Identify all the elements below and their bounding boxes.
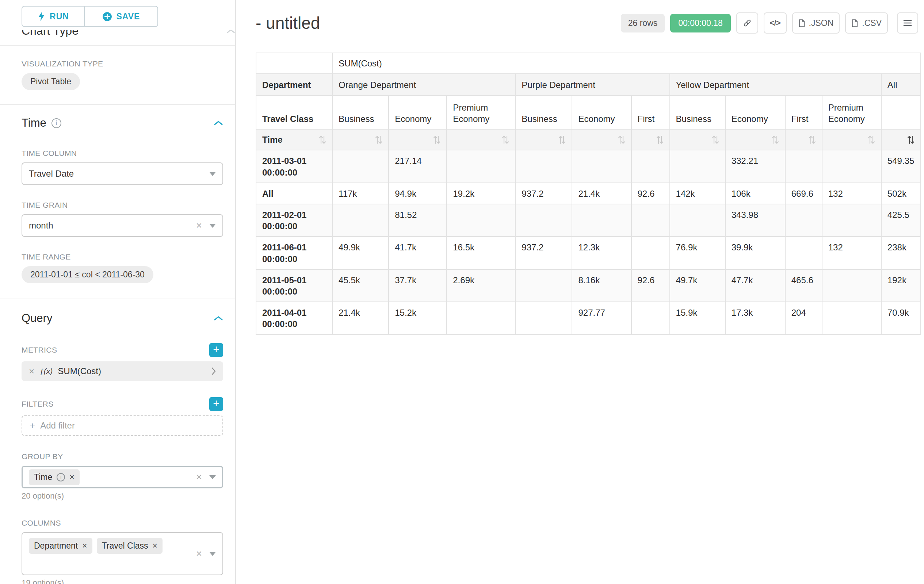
pivot-cell: 21.4k bbox=[572, 183, 631, 204]
pivot-cell bbox=[572, 204, 631, 237]
query-section: Query METRICS + × ƒ(x) SUM(Cost) FILTERS… bbox=[0, 310, 235, 584]
add-metric-button[interactable]: + bbox=[209, 343, 223, 357]
sort-icon[interactable] bbox=[772, 135, 779, 145]
sort-row-label: Time bbox=[262, 134, 283, 145]
metric-chip[interactable]: × ƒ(x) SUM(Cost) bbox=[21, 361, 223, 381]
divider bbox=[0, 45, 235, 46]
viz-type-pill[interactable]: Pivot Table bbox=[21, 73, 80, 90]
pivot-table-body: 2011-03-01 00:00:00217.14332.21549.35All… bbox=[256, 150, 921, 334]
remove-tag-icon[interactable]: × bbox=[153, 542, 157, 550]
pivot-cell bbox=[785, 237, 822, 269]
chevron-up-icon[interactable] bbox=[226, 30, 235, 34]
export-csv-label: .CSV bbox=[862, 18, 882, 28]
sort-cell bbox=[670, 129, 725, 150]
pivot-cell: 17.3k bbox=[725, 302, 785, 334]
col-group-header: Purple Department bbox=[515, 74, 670, 95]
clear-icon[interactable]: × bbox=[196, 549, 202, 559]
col-leaf-header: Economy bbox=[389, 95, 447, 129]
add-filter-plus-button[interactable]: + bbox=[209, 397, 223, 411]
menu-button[interactable] bbox=[897, 12, 918, 34]
group-by-options-hint: 20 option(s) bbox=[21, 491, 223, 501]
function-icon: ƒ(x) bbox=[40, 367, 53, 375]
pivot-cell bbox=[785, 150, 822, 183]
pivot-row: 2011-06-01 00:00:0049.9k41.7k16.5k937.21… bbox=[256, 237, 921, 269]
run-button[interactable]: RUN bbox=[21, 6, 84, 27]
clear-icon[interactable]: × bbox=[196, 472, 202, 482]
info-icon[interactable]: i bbox=[51, 118, 61, 128]
sort-icon[interactable] bbox=[502, 135, 509, 145]
sort-icon[interactable] bbox=[808, 135, 816, 145]
chart-header: - untitled 26 rows 00:00:00.18 </> bbox=[256, 10, 918, 36]
pivot-row: All117k94.9k19.2k937.221.4k92.6142k106k6… bbox=[256, 183, 921, 204]
pivot-cell bbox=[822, 269, 881, 302]
col-group-header: All bbox=[881, 74, 921, 95]
pivot-cell bbox=[670, 150, 725, 183]
pivot-cell: 94.9k bbox=[389, 183, 447, 204]
pivot-cell: 70.9k bbox=[881, 302, 921, 334]
remove-metric-icon[interactable]: × bbox=[29, 367, 34, 376]
pivot-cell bbox=[447, 150, 515, 183]
row-dimension-label: Travel Class bbox=[256, 95, 332, 129]
sort-icon[interactable] bbox=[712, 135, 719, 145]
pivot-row-header: 2011-06-01 00:00:00 bbox=[256, 237, 332, 269]
pivot-cell: 39.9k bbox=[725, 237, 785, 269]
time-range-pill[interactable]: 2011-01-01 ≤ col < 2011-06-30 bbox=[21, 266, 153, 283]
divider bbox=[0, 104, 235, 105]
pivot-cell: 937.2 bbox=[515, 183, 572, 204]
time-grain-select[interactable]: month × bbox=[21, 214, 223, 237]
time-grain-label: TIME GRAIN bbox=[21, 201, 223, 210]
caret-down-icon[interactable] bbox=[209, 172, 216, 176]
pivot-row-header: 2011-02-01 00:00:00 bbox=[256, 204, 332, 237]
col-leaf-header: First bbox=[785, 95, 822, 129]
group-by-select[interactable]: Time i × × bbox=[21, 466, 223, 489]
chart-type-section-title: Chart Type bbox=[21, 30, 223, 38]
remove-tag-icon[interactable]: × bbox=[82, 542, 87, 550]
caret-down-icon[interactable] bbox=[209, 552, 216, 556]
sort-icon[interactable] bbox=[558, 135, 566, 145]
pivot-cell: 49.7k bbox=[670, 269, 725, 302]
sort-icon[interactable] bbox=[375, 135, 383, 145]
time-grain-value: month bbox=[29, 220, 53, 231]
col-leaf-header bbox=[881, 95, 921, 129]
chevron-right-icon[interactable] bbox=[211, 367, 216, 375]
viz-type-label: VISUALIZATION TYPE bbox=[21, 59, 223, 69]
pivot-row-header: 2011-04-01 00:00:00 bbox=[256, 302, 332, 334]
sort-icon[interactable] bbox=[907, 135, 914, 145]
col-leaf-header: Business bbox=[670, 95, 725, 129]
pivot-cell bbox=[515, 204, 572, 237]
export-json-button[interactable]: .JSON bbox=[792, 12, 840, 34]
chevron-up-icon[interactable] bbox=[214, 120, 223, 126]
remove-tag-icon[interactable]: × bbox=[69, 473, 74, 482]
pivot-cell: 8.16k bbox=[572, 269, 631, 302]
sort-icon[interactable] bbox=[433, 135, 441, 145]
sort-icon[interactable] bbox=[656, 135, 663, 145]
columns-select[interactable]: Department × Travel Class × × bbox=[21, 532, 223, 575]
save-button[interactable]: SAVE bbox=[84, 6, 158, 27]
pivot-cell: 549.35 bbox=[881, 150, 921, 183]
pivot-cell: 19.2k bbox=[447, 183, 515, 204]
export-csv-button[interactable]: .CSV bbox=[845, 12, 888, 34]
pivot-cell: 12.3k bbox=[572, 237, 631, 269]
sort-icon[interactable] bbox=[618, 135, 625, 145]
chevron-up-icon[interactable] bbox=[214, 315, 223, 321]
caret-down-icon[interactable] bbox=[209, 224, 216, 228]
pivot-cell: 21.4k bbox=[332, 302, 389, 334]
sort-icon[interactable] bbox=[319, 135, 326, 145]
chart-title[interactable]: - untitled bbox=[256, 13, 320, 33]
add-filter-label: Add filter bbox=[40, 421, 75, 431]
pivot-cell: 332.21 bbox=[725, 150, 785, 183]
pivot-cell: 927.77 bbox=[572, 302, 631, 334]
time-column-select[interactable]: Travel Date bbox=[21, 163, 223, 185]
link-icon bbox=[742, 18, 752, 28]
column-info-icon[interactable]: i bbox=[57, 473, 65, 482]
pivot-cell: 937.2 bbox=[515, 237, 572, 269]
sort-icon[interactable] bbox=[868, 135, 875, 145]
add-filter-button[interactable]: + Add filter bbox=[21, 415, 223, 436]
pivot-cell: 132 bbox=[822, 237, 881, 269]
clear-icon[interactable]: × bbox=[196, 220, 202, 231]
pivot-cell: 669.6 bbox=[785, 183, 822, 204]
col-dimension-label: Department bbox=[256, 74, 332, 95]
embed-code-button[interactable]: </> bbox=[764, 12, 787, 34]
copy-link-button[interactable] bbox=[736, 12, 758, 34]
caret-down-icon[interactable] bbox=[209, 475, 216, 479]
